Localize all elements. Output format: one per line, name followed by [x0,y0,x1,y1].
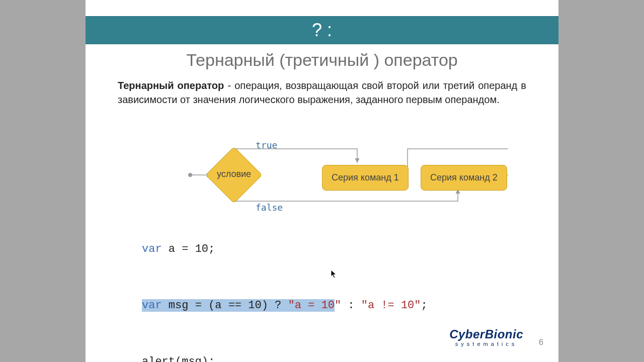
code-string: "a != 10" [361,299,421,312]
brand-sub: systematics [449,341,523,347]
command-box-1: Серия команд 1 [322,165,409,191]
code-text: msg [162,299,195,312]
false-label: false [256,202,283,213]
true-label: true [256,140,277,150]
code-string: "a = 10 [288,299,334,312]
code-text: ; [208,243,215,255]
brand-main: CyberBionic [449,328,523,340]
page-number: 6 [539,338,543,347]
footer-logo: CyberBionic systematics [449,328,523,347]
flowchart: условие true false Серия команд 1 Серия … [136,133,508,213]
definition-term: Тернарный оператор [118,80,224,91]
condition-label: условие [209,169,259,179]
code-string: " [335,299,341,312]
subtitle: Тернарный (третичный ) оператор [86,50,558,70]
code-number: 10 [195,243,208,255]
title-text: ? : [312,20,332,41]
code-text: alert(msg); [142,355,215,362]
code-text: : [341,299,361,312]
code-keyword: var [142,243,162,255]
code-keyword: var [142,299,162,312]
code-text: a = [162,243,195,255]
code-text: (a == 10) ? [208,299,288,312]
definition-paragraph: Тернарный оператор - операция, возвращаю… [118,78,526,107]
slide: ? : Тернарный (третичный ) оператор Терн… [86,0,558,362]
code-text: ; [421,299,428,312]
command-box-2: Серия команд 2 [421,165,507,191]
code-block: var a = 10; var msg = (a == 10) ? "a = 1… [142,235,428,362]
mouse-cursor-icon [331,269,338,279]
title-bar: ? : [86,16,558,44]
code-text: = [195,299,208,312]
